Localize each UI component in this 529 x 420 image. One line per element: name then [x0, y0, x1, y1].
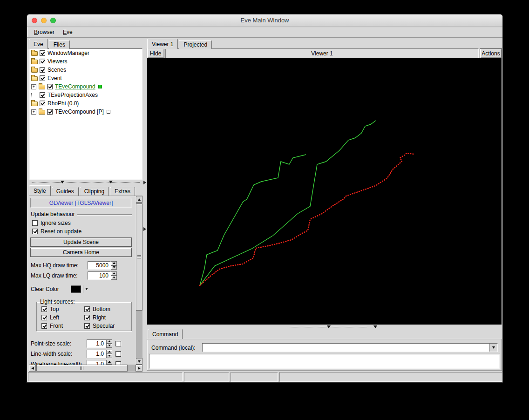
spin-value[interactable]: 100 [88, 271, 111, 280]
clear-color-dropdown[interactable] [83, 285, 89, 293]
folder-icon [31, 51, 38, 56]
command-combobox[interactable] [202, 343, 498, 352]
expander-icon[interactable]: + [31, 109, 36, 115]
pane-splitter-arrow-icon[interactable] [143, 181, 146, 184]
tab-eve[interactable]: Eve [29, 39, 48, 49]
tree-item-rhophi-0-0[interactable]: RhoPhi (0.0) [29, 99, 142, 108]
minimize-button[interactable] [41, 18, 47, 23]
camera-home-button[interactable]: Camera Home [30, 248, 132, 257]
tree-splitter[interactable] [29, 180, 142, 185]
tab-style[interactable]: Style [29, 185, 51, 196]
tab-guides[interactable]: Guides [52, 187, 79, 196]
tree-item-tevecompound[interactable]: +TEveCompound [29, 82, 142, 91]
tree-checkbox[interactable] [40, 59, 45, 64]
spin-arrows[interactable] [106, 360, 112, 365]
reset-on-update-checkbox[interactable]: Reset on update [32, 228, 81, 235]
collapse-down-icon[interactable] [327, 325, 331, 328]
spin-down-icon[interactable] [106, 354, 112, 358]
tree-checkbox[interactable] [47, 84, 53, 89]
light-specular-checkbox[interactable]: Specular [84, 323, 131, 329]
scroll-up-button[interactable] [136, 196, 142, 203]
spin-up-icon[interactable] [111, 261, 117, 265]
spin-down-icon[interactable] [106, 344, 112, 348]
pane-splitter-arrow-icon[interactable] [143, 227, 146, 231]
style-vertical-scrollbar[interactable] [136, 196, 142, 365]
point-size-checkbox[interactable] [115, 341, 121, 346]
tree-checkbox[interactable] [47, 109, 53, 115]
max-lq-spinbox[interactable]: 100 [88, 271, 117, 280]
close-button[interactable] [32, 18, 37, 23]
light-top-checkbox[interactable]: Top [41, 306, 84, 312]
actions-button[interactable]: Actions [480, 48, 502, 58]
tab-files[interactable]: Files [49, 40, 70, 49]
point-size-spinbox[interactable]: 1.0 [87, 339, 112, 348]
glviewer-link[interactable]: GLViewer [TGLSAViewer] [30, 198, 132, 208]
spin-value[interactable]: 5000 [88, 261, 111, 270]
spin-up-icon[interactable] [106, 360, 112, 364]
spin-arrows[interactable] [111, 261, 117, 270]
tab-extras[interactable]: Extras [110, 187, 135, 196]
title-bar[interactable]: Eve Main Window [27, 14, 502, 27]
spin-value[interactable]: 1.0 [87, 350, 106, 358]
tree-checkbox[interactable] [40, 67, 45, 73]
collapse-down-icon[interactable] [61, 181, 64, 183]
spin-arrows[interactable] [106, 350, 112, 358]
gl-viewport[interactable] [147, 58, 502, 325]
light-left-checkbox[interactable]: Left [41, 314, 84, 321]
light-bottom-checkbox[interactable]: Bottom [84, 306, 131, 312]
scroll-right-button[interactable] [136, 365, 142, 372]
line-width-spinbox[interactable]: 1.0 [87, 350, 112, 358]
scroll-down-button[interactable] [136, 358, 142, 365]
tree-item-viewers[interactable]: Viewers [29, 57, 142, 66]
tab-command[interactable]: Command [148, 329, 183, 339]
tab-clipping[interactable]: Clipping [80, 187, 109, 196]
ignore-sizes-checkbox[interactable]: Ignore sizes [32, 219, 71, 226]
line-width-checkbox[interactable] [115, 351, 121, 357]
light-right-checkbox[interactable]: Right [84, 314, 131, 321]
tree-label: TEveProjectionAxes [47, 92, 98, 98]
tree-item-event[interactable]: Event [29, 74, 142, 82]
wireframe-checkbox[interactable] [115, 361, 121, 365]
tree-checkbox[interactable] [40, 101, 45, 106]
viewer-title-bar[interactable]: Viewer 1 [165, 48, 479, 58]
command-output[interactable] [149, 354, 500, 369]
spin-up-icon[interactable] [106, 350, 112, 354]
tab-projected[interactable]: Projected [179, 40, 212, 49]
light-front-checkbox[interactable]: Front [41, 323, 84, 329]
spin-value[interactable]: 1.0 [87, 360, 106, 365]
viewport-splitter[interactable] [147, 325, 502, 329]
tree-item-tevecompound-p[interactable]: +TEveCompound [P] [29, 108, 142, 116]
update-scene-button[interactable]: Update Scene [30, 237, 132, 247]
tab-viewer-1[interactable]: Viewer 1 [147, 39, 178, 49]
scrollbar-thumb[interactable] [136, 203, 142, 311]
max-hq-spinbox[interactable]: 5000 [88, 261, 117, 270]
collapse-down-icon[interactable] [109, 181, 113, 183]
spin-arrows[interactable] [111, 271, 117, 280]
spin-up-icon[interactable] [111, 271, 117, 276]
spin-down-icon[interactable] [111, 276, 117, 280]
clear-color-swatch[interactable] [71, 285, 81, 293]
command-input[interactable] [203, 344, 489, 352]
menu-browser[interactable]: Browser [30, 27, 59, 37]
tree-checkbox[interactable] [40, 92, 45, 98]
tree-checkbox[interactable] [40, 50, 45, 56]
zoom-button[interactable] [50, 18, 56, 23]
scrollbar-thumb[interactable] [36, 365, 128, 372]
menu-eve[interactable]: Eve [59, 27, 77, 37]
spin-up-icon[interactable] [106, 339, 112, 344]
folder-open-icon [31, 102, 38, 106]
tree-item-windowmanager[interactable]: WindowManager [29, 49, 142, 57]
tree-checkbox[interactable] [40, 75, 45, 81]
combo-dropdown-button[interactable] [489, 344, 497, 352]
spin-down-icon[interactable] [111, 265, 117, 270]
tree-item-scenes[interactable]: Scenes [29, 66, 142, 74]
spin-arrows[interactable] [106, 339, 112, 348]
expander-icon[interactable]: + [31, 84, 36, 89]
hide-button[interactable]: Hide [147, 48, 164, 58]
spin-value[interactable]: 1.0 [87, 339, 106, 348]
tree-item-teveprojectionaxes[interactable]: TEveProjectionAxes [29, 91, 142, 99]
wireframe-spinbox[interactable]: 1.0 [87, 360, 112, 365]
collapse-down-icon[interactable] [373, 325, 377, 328]
style-horizontal-scrollbar[interactable] [29, 365, 142, 372]
scroll-left-button[interactable] [29, 365, 36, 372]
